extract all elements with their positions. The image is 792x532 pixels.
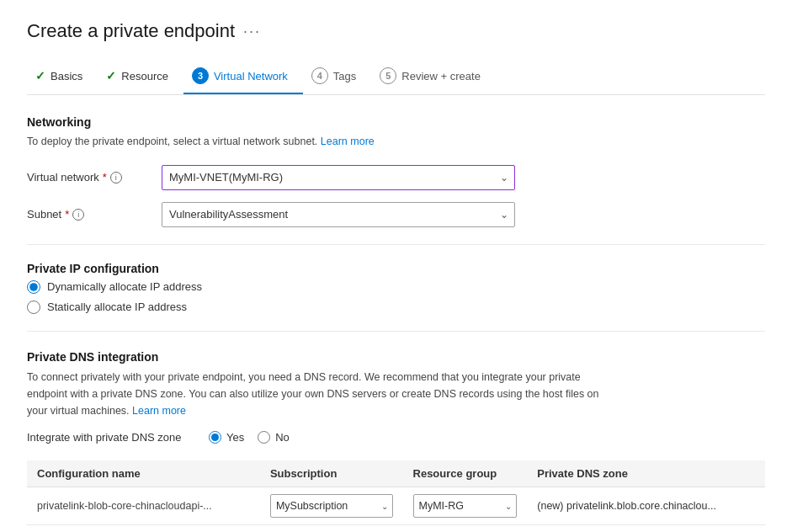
tab-virtual-network-label: Virtual Network [214,70,288,82]
subnet-label: Subnet [27,208,61,221]
dns-section-title: Private DNS integration [27,350,765,364]
vnet-tab-circle: 3 [192,67,209,84]
resource-group-select-wrapper: MyMI-RG ⌄ [413,494,518,518]
dns-no-option[interactable]: No [258,431,290,444]
integrate-dns-row: Integrate with private DNS zone Yes No [27,431,765,444]
col-dns-zone: Private DNS zone [527,460,765,487]
dns-yes-label: Yes [226,431,244,444]
dns-learn-more[interactable]: Learn more [132,405,186,417]
integrate-dns-label: Integrate with private DNS zone [27,431,195,444]
private-ip-section-title: Private IP configuration [27,262,765,275]
virtual-network-select[interactable]: MyMI-VNET(MyMI-RG) [162,165,515,190]
networking-section: Networking To deploy the private endpoin… [27,115,765,227]
subnet-select[interactable]: VulnerabilityAssessment [162,202,515,227]
networking-description: To deploy the private endpoint, select a… [27,134,765,150]
dns-yes-radio[interactable] [209,431,221,444]
tags-tab-circle: 4 [311,67,328,84]
dns-yes-option[interactable]: Yes [209,431,244,444]
virtual-network-select-wrapper: MyMI-VNET(MyMI-RG) ⌄ [162,165,515,190]
tab-review[interactable]: 5 Review + create [371,59,496,94]
col-resource-group: Resource group [403,460,528,487]
dns-zone-cell: (new) privatelink.blob.core.chinaclou... [527,487,765,524]
dns-resource-group-cell: MyMI-RG ⌄ [403,487,528,524]
section-divider-1 [27,244,765,245]
virtual-network-required: * [103,171,107,184]
tab-basics-label: Basics [50,70,82,82]
subnet-select-wrapper: VulnerabilityAssessment ⌄ [162,202,515,227]
dns-table-header: Configuration name Subscription Resource… [27,460,765,487]
dns-table-row: privatelink-blob-core-chinacloudapi-... … [27,487,765,524]
virtual-network-row: Virtual network * i MyMI-VNET(MyMI-RG) ⌄ [27,165,765,190]
dns-description: To connect privately with your private e… [27,369,599,419]
dynamic-ip-radio[interactable] [27,280,40,294]
dns-config-name: privatelink-blob-core-chinacloudapi-... [27,487,260,524]
review-tab-circle: 5 [380,67,396,84]
tab-resource-label: Resource [121,70,168,82]
tab-tags[interactable]: 4 Tags [303,59,371,94]
col-subscription: Subscription [260,460,403,487]
dns-table-body: privatelink-blob-core-chinacloudapi-... … [27,487,765,524]
dns-table-header-row: Configuration name Subscription Resource… [27,460,765,487]
page-title-container: Create a private endpoint ··· [27,20,765,42]
subnet-info-icon[interactable]: i [72,209,84,221]
resource-group-select[interactable]: MyMI-RG [413,494,518,518]
static-ip-option[interactable]: Statically allocate IP address [27,301,765,314]
subnet-row: Subnet * i VulnerabilityAssessment ⌄ [27,202,765,227]
virtual-network-label: Virtual network [27,171,99,184]
dns-no-radio[interactable] [258,431,270,444]
dynamic-ip-option[interactable]: Dynamically allocate IP address [27,280,765,294]
page-title: Create a private endpoint [27,20,235,42]
resource-checkmark: ✓ [106,69,116,82]
dns-no-label: No [275,431,290,444]
subscription-select[interactable]: MySubscription [270,494,393,518]
dns-section: Private DNS integration To connect priva… [27,350,765,525]
page-title-ellipsis: ··· [243,23,261,40]
dns-table: Configuration name Subscription Resource… [27,460,765,525]
tab-resource[interactable]: ✓ Resource [98,61,183,93]
subnet-label-container: Subnet * i [27,208,162,221]
tab-virtual-network[interactable]: 3 Virtual Network [183,59,303,94]
tab-basics[interactable]: ✓ Basics [27,61,98,93]
basics-checkmark: ✓ [35,69,45,82]
networking-learn-more[interactable]: Learn more [321,136,375,147]
tab-review-label: Review + create [401,70,481,82]
virtual-network-label-container: Virtual network * i [27,171,162,184]
section-divider-2 [27,331,765,332]
static-ip-radio[interactable] [27,301,40,314]
col-config-name: Configuration name [27,460,260,487]
private-ip-section: Private IP configuration Dynamically all… [27,262,765,314]
wizard-tabs: ✓ Basics ✓ Resource 3 Virtual Network 4 … [27,59,765,95]
ip-config-radio-group: Dynamically allocate IP address Statical… [27,280,765,314]
virtual-network-info-icon[interactable]: i [110,172,122,184]
dns-zone-value: (new) privatelink.blob.core.chinaclou... [537,500,716,512]
networking-section-title: Networking [27,115,765,129]
dynamic-ip-label: Dynamically allocate IP address [47,280,202,293]
subnet-required: * [65,208,69,221]
tab-tags-label: Tags [333,70,356,82]
static-ip-label: Statically allocate IP address [47,301,187,313]
subscription-select-wrapper: MySubscription ⌄ [270,494,393,518]
dns-subscription-cell: MySubscription ⌄ [260,487,403,524]
